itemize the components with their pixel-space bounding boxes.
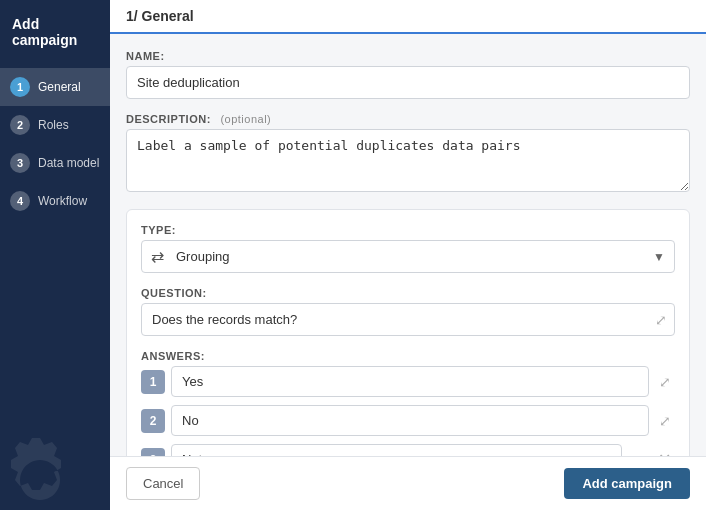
app-container: Add campaign 1 General 2 Roles 3 Data mo… xyxy=(0,0,706,510)
page-header: 1/ General xyxy=(110,0,706,34)
sidebar-label-general: General xyxy=(38,80,81,94)
sidebar-item-roles[interactable]: 2 Roles xyxy=(0,106,110,144)
grouping-icon: ⇄ xyxy=(151,247,164,266)
add-campaign-button[interactable]: Add campaign xyxy=(564,468,690,499)
type-card: TYPE: ⇄ Grouping ▼ QUESTION: xyxy=(126,209,690,456)
answer-number-2: 2 xyxy=(141,409,165,433)
delete-answer-3-button[interactable]: ✕ xyxy=(654,448,675,456)
name-group: NAME: xyxy=(126,50,690,99)
answer-row-2: 2 ⤢ xyxy=(141,405,675,436)
answers-label: ANSWERS: xyxy=(141,350,675,362)
sidebar: Add campaign 1 General 2 Roles 3 Data mo… xyxy=(0,0,110,510)
cancel-button[interactable]: Cancel xyxy=(126,467,200,500)
answer-row-3: 3 ⤢ ✕ xyxy=(141,444,675,456)
question-expand-icon: ⤢ xyxy=(655,312,667,328)
gear-decoration xyxy=(0,430,90,510)
answer-number-3: 3 xyxy=(141,448,165,457)
sidebar-label-roles: Roles xyxy=(38,118,69,132)
footer: Cancel Add campaign xyxy=(110,456,706,510)
step-number-1: 1 xyxy=(10,77,30,97)
main-content: 1/ General NAME: DESCRIPTION: (optional)… xyxy=(110,0,706,510)
name-input[interactable] xyxy=(126,66,690,99)
sidebar-item-workflow[interactable]: 4 Workflow xyxy=(0,182,110,220)
type-select[interactable]: Grouping xyxy=(141,240,675,273)
question-section: QUESTION: ⤢ ANSWERS: 1 ⤢ xyxy=(141,287,675,456)
answer-input-2[interactable] xyxy=(171,405,649,436)
question-label: QUESTION: xyxy=(141,287,675,299)
sidebar-label-workflow: Workflow xyxy=(38,194,87,208)
answer-expand-icon-1: ⤢ xyxy=(655,370,675,394)
question-input[interactable] xyxy=(141,303,675,336)
answer-input-1[interactable] xyxy=(171,366,649,397)
sidebar-title: Add campaign xyxy=(0,0,110,68)
type-label: TYPE: xyxy=(141,224,675,236)
answer-input-3[interactable] xyxy=(171,444,622,456)
description-input[interactable]: Label a sample of potential duplicates d… xyxy=(126,129,690,192)
step-number-4: 4 xyxy=(10,191,30,211)
answer-number-1: 1 xyxy=(141,370,165,394)
type-select-wrapper: ⇄ Grouping ▼ xyxy=(141,240,675,273)
answers-group: ANSWERS: 1 ⤢ 2 ⤢ xyxy=(141,350,675,456)
step-number-3: 3 xyxy=(10,153,30,173)
answer-expand-icon-3: ⤢ xyxy=(628,448,648,457)
description-group: DESCRIPTION: (optional) Label a sample o… xyxy=(126,113,690,195)
question-group: QUESTION: ⤢ xyxy=(141,287,675,336)
sidebar-item-general[interactable]: 1 General xyxy=(0,68,110,106)
answer-expand-icon-2: ⤢ xyxy=(655,409,675,433)
question-input-wrapper: ⤢ xyxy=(141,303,675,336)
page-title: 1/ General xyxy=(126,8,194,24)
answer-row-1: 1 ⤢ xyxy=(141,366,675,397)
description-label: DESCRIPTION: (optional) xyxy=(126,113,690,125)
step-number-2: 2 xyxy=(10,115,30,135)
sidebar-label-data-model: Data model xyxy=(38,156,99,170)
form-area: NAME: DESCRIPTION: (optional) Label a sa… xyxy=(110,34,706,456)
sidebar-item-data-model[interactable]: 3 Data model xyxy=(0,144,110,182)
type-group: TYPE: ⇄ Grouping ▼ xyxy=(141,224,675,273)
name-label: NAME: xyxy=(126,50,690,62)
